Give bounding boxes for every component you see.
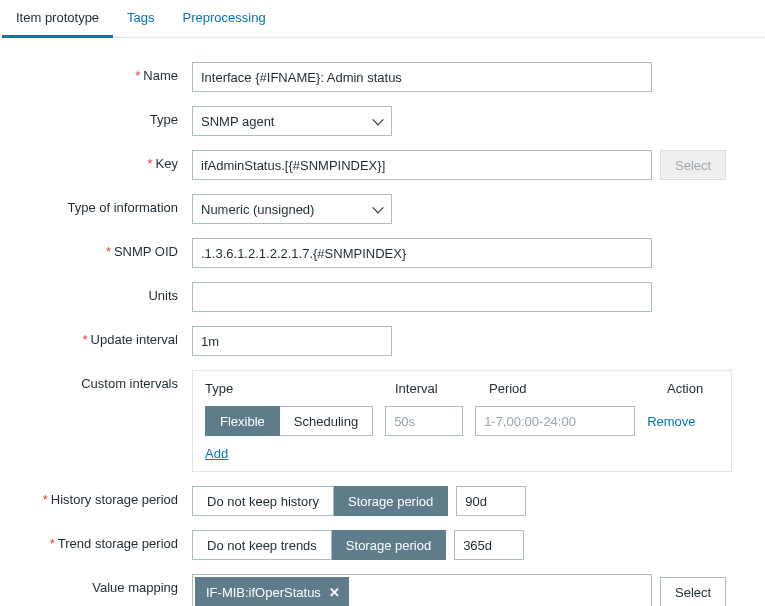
value-mapping-tag-label: IF-MIB:ifOperStatus: [206, 585, 321, 600]
trend-no-keep[interactable]: Do not keep trends: [192, 530, 332, 560]
label-name: *Name: [12, 62, 192, 83]
trend-storage-period[interactable]: Storage period: [332, 530, 446, 560]
row-name: *Name: [12, 62, 753, 92]
row-type-of-info: Type of information Numeric (unsigned): [12, 194, 753, 224]
ci-type-flexible[interactable]: Flexible: [205, 406, 280, 436]
row-trend-storage: *Trend storage period Do not keep trends…: [12, 530, 753, 560]
ci-head-interval: Interval: [395, 381, 489, 396]
row-history-storage: *History storage period Do not keep hist…: [12, 486, 753, 516]
row-update-interval: *Update interval: [12, 326, 753, 356]
history-no-keep[interactable]: Do not keep history: [192, 486, 334, 516]
trend-toggle: Do not keep trends Storage period: [192, 530, 446, 560]
label-custom-intervals: Custom intervals: [12, 370, 192, 391]
label-key: *Key: [12, 150, 192, 171]
label-units: Units: [12, 282, 192, 303]
tabs-bar: Item prototype Tags Preprocessing: [0, 0, 765, 38]
input-units[interactable]: [192, 282, 652, 312]
ci-head-action: Action: [667, 381, 719, 396]
label-snmp-oid: *SNMP OID: [12, 238, 192, 259]
tab-item-prototype[interactable]: Item prototype: [2, 0, 113, 38]
ci-type-scheduling[interactable]: Scheduling: [280, 406, 373, 436]
row-units: Units: [12, 282, 753, 312]
ci-head-period: Period: [489, 381, 667, 396]
row-custom-intervals: Custom intervals Type Interval Period Ac…: [12, 370, 753, 472]
history-storage-period[interactable]: Storage period: [334, 486, 448, 516]
label-value-mapping: Value mapping: [12, 574, 192, 595]
label-update-interval: *Update interval: [12, 326, 192, 347]
row-type: Type SNMP agent: [12, 106, 753, 136]
input-snmp-oid[interactable]: [192, 238, 652, 268]
row-snmp-oid: *SNMP OID: [12, 238, 753, 268]
label-history-storage: *History storage period: [12, 486, 192, 507]
ci-type-toggle: Flexible Scheduling: [205, 406, 373, 436]
label-trend-storage: *Trend storage period: [12, 530, 192, 551]
history-value-input[interactable]: [456, 486, 526, 516]
custom-intervals-header: Type Interval Period Action: [205, 381, 719, 396]
button-key-select: Select: [660, 150, 726, 180]
custom-interval-row: Flexible Scheduling Remove: [205, 406, 719, 436]
trend-value-input[interactable]: [454, 530, 524, 560]
form-body: *Name Type SNMP agent *Key Select Type o…: [0, 38, 765, 606]
label-type: Type: [12, 106, 192, 127]
value-mapping-select-button[interactable]: Select: [660, 577, 726, 606]
input-update-interval[interactable]: [192, 326, 392, 356]
ci-interval-input[interactable]: [385, 406, 463, 436]
label-type-of-info: Type of information: [12, 194, 192, 215]
select-type[interactable]: SNMP agent: [192, 106, 392, 136]
custom-intervals-box: Type Interval Period Action Flexible Sch…: [192, 370, 732, 472]
tab-tags[interactable]: Tags: [113, 0, 168, 37]
input-name[interactable]: [192, 62, 652, 92]
history-toggle: Do not keep history Storage period: [192, 486, 448, 516]
row-value-mapping: Value mapping IF-MIB:ifOperStatus ✕ Sele…: [12, 574, 753, 606]
ci-remove-link[interactable]: Remove: [647, 414, 695, 429]
ci-period-input[interactable]: [475, 406, 635, 436]
input-key[interactable]: [192, 150, 652, 180]
value-mapping-remove-icon[interactable]: ✕: [329, 585, 340, 600]
value-mapping-tag: IF-MIB:ifOperStatus ✕: [195, 577, 349, 606]
select-type-of-info[interactable]: Numeric (unsigned): [192, 194, 392, 224]
ci-head-type: Type: [205, 381, 395, 396]
value-mapping-field[interactable]: IF-MIB:ifOperStatus ✕: [192, 574, 652, 606]
tab-preprocessing[interactable]: Preprocessing: [169, 0, 280, 37]
row-key: *Key Select: [12, 150, 753, 180]
ci-add-link[interactable]: Add: [205, 446, 228, 461]
